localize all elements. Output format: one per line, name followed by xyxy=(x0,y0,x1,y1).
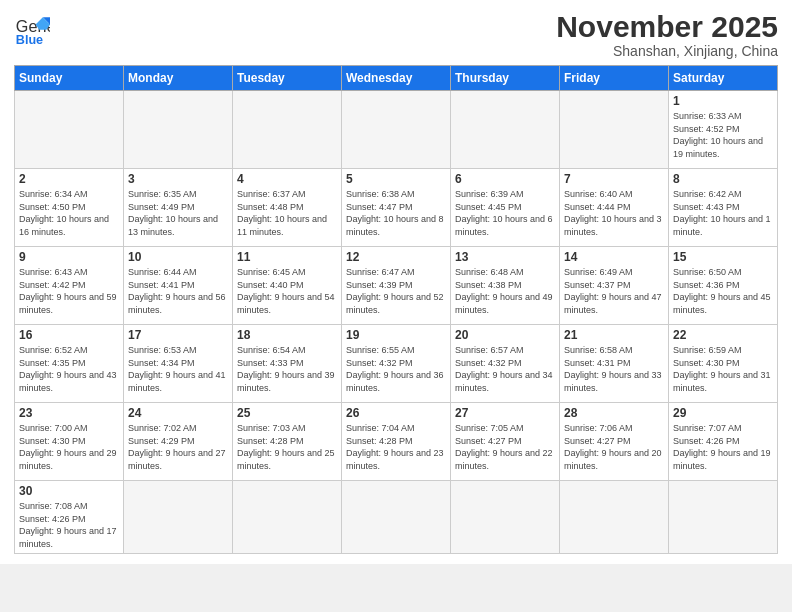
day-info: Sunrise: 6:59 AM Sunset: 4:30 PM Dayligh… xyxy=(673,344,773,394)
calendar-cell: 24Sunrise: 7:02 AM Sunset: 4:29 PM Dayli… xyxy=(124,403,233,481)
calendar-cell: 12Sunrise: 6:47 AM Sunset: 4:39 PM Dayli… xyxy=(342,247,451,325)
calendar-header: Sunday Monday Tuesday Wednesday Thursday… xyxy=(15,66,778,91)
day-number: 15 xyxy=(673,250,773,264)
day-number: 27 xyxy=(455,406,555,420)
calendar-row: 1Sunrise: 6:33 AM Sunset: 4:52 PM Daylig… xyxy=(15,91,778,169)
day-number: 22 xyxy=(673,328,773,342)
svg-text:Blue: Blue xyxy=(16,33,43,46)
calendar-cell: 5Sunrise: 6:38 AM Sunset: 4:47 PM Daylig… xyxy=(342,169,451,247)
day-info: Sunrise: 7:05 AM Sunset: 4:27 PM Dayligh… xyxy=(455,422,555,472)
calendar-row: 23Sunrise: 7:00 AM Sunset: 4:30 PM Dayli… xyxy=(15,403,778,481)
calendar-cell xyxy=(342,91,451,169)
day-number: 14 xyxy=(564,250,664,264)
day-number: 12 xyxy=(346,250,446,264)
day-info: Sunrise: 6:39 AM Sunset: 4:45 PM Dayligh… xyxy=(455,188,555,238)
day-number: 16 xyxy=(19,328,119,342)
day-number: 26 xyxy=(346,406,446,420)
day-info: Sunrise: 6:52 AM Sunset: 4:35 PM Dayligh… xyxy=(19,344,119,394)
day-info: Sunrise: 6:44 AM Sunset: 4:41 PM Dayligh… xyxy=(128,266,228,316)
calendar-row: 9Sunrise: 6:43 AM Sunset: 4:42 PM Daylig… xyxy=(15,247,778,325)
calendar-cell xyxy=(233,481,342,554)
calendar-cell: 8Sunrise: 6:42 AM Sunset: 4:43 PM Daylig… xyxy=(669,169,778,247)
day-info: Sunrise: 7:02 AM Sunset: 4:29 PM Dayligh… xyxy=(128,422,228,472)
calendar-cell: 11Sunrise: 6:45 AM Sunset: 4:40 PM Dayli… xyxy=(233,247,342,325)
calendar-row: 2Sunrise: 6:34 AM Sunset: 4:50 PM Daylig… xyxy=(15,169,778,247)
col-sunday: Sunday xyxy=(15,66,124,91)
calendar-cell: 4Sunrise: 6:37 AM Sunset: 4:48 PM Daylig… xyxy=(233,169,342,247)
col-saturday: Saturday xyxy=(669,66,778,91)
calendar-cell xyxy=(124,481,233,554)
day-info: Sunrise: 7:06 AM Sunset: 4:27 PM Dayligh… xyxy=(564,422,664,472)
col-friday: Friday xyxy=(560,66,669,91)
calendar-cell xyxy=(560,481,669,554)
day-info: Sunrise: 6:53 AM Sunset: 4:34 PM Dayligh… xyxy=(128,344,228,394)
calendar-cell: 19Sunrise: 6:55 AM Sunset: 4:32 PM Dayli… xyxy=(342,325,451,403)
day-number: 2 xyxy=(19,172,119,186)
day-info: Sunrise: 6:37 AM Sunset: 4:48 PM Dayligh… xyxy=(237,188,337,238)
day-number: 30 xyxy=(19,484,119,498)
calendar-cell: 1Sunrise: 6:33 AM Sunset: 4:52 PM Daylig… xyxy=(669,91,778,169)
calendar-cell: 9Sunrise: 6:43 AM Sunset: 4:42 PM Daylig… xyxy=(15,247,124,325)
day-number: 25 xyxy=(237,406,337,420)
day-number: 18 xyxy=(237,328,337,342)
col-wednesday: Wednesday xyxy=(342,66,451,91)
calendar-cell: 2Sunrise: 6:34 AM Sunset: 4:50 PM Daylig… xyxy=(15,169,124,247)
calendar-cell xyxy=(560,91,669,169)
col-tuesday: Tuesday xyxy=(233,66,342,91)
calendar-cell: 15Sunrise: 6:50 AM Sunset: 4:36 PM Dayli… xyxy=(669,247,778,325)
calendar-row: 30Sunrise: 7:08 AM Sunset: 4:26 PM Dayli… xyxy=(15,481,778,554)
calendar-cell: 10Sunrise: 6:44 AM Sunset: 4:41 PM Dayli… xyxy=(124,247,233,325)
day-info: Sunrise: 6:42 AM Sunset: 4:43 PM Dayligh… xyxy=(673,188,773,238)
day-number: 5 xyxy=(346,172,446,186)
day-number: 4 xyxy=(237,172,337,186)
calendar-cell: 23Sunrise: 7:00 AM Sunset: 4:30 PM Dayli… xyxy=(15,403,124,481)
day-info: Sunrise: 6:48 AM Sunset: 4:38 PM Dayligh… xyxy=(455,266,555,316)
calendar-cell xyxy=(342,481,451,554)
calendar-body: 1Sunrise: 6:33 AM Sunset: 4:52 PM Daylig… xyxy=(15,91,778,554)
day-number: 6 xyxy=(455,172,555,186)
day-info: Sunrise: 6:54 AM Sunset: 4:33 PM Dayligh… xyxy=(237,344,337,394)
logo: General Blue xyxy=(14,10,50,46)
calendar-cell xyxy=(15,91,124,169)
day-info: Sunrise: 6:49 AM Sunset: 4:37 PM Dayligh… xyxy=(564,266,664,316)
day-info: Sunrise: 6:34 AM Sunset: 4:50 PM Dayligh… xyxy=(19,188,119,238)
calendar-cell: 30Sunrise: 7:08 AM Sunset: 4:26 PM Dayli… xyxy=(15,481,124,554)
logo-icon: General Blue xyxy=(14,10,50,46)
calendar-cell: 14Sunrise: 6:49 AM Sunset: 4:37 PM Dayli… xyxy=(560,247,669,325)
day-number: 21 xyxy=(564,328,664,342)
calendar-cell: 27Sunrise: 7:05 AM Sunset: 4:27 PM Dayli… xyxy=(451,403,560,481)
day-info: Sunrise: 6:55 AM Sunset: 4:32 PM Dayligh… xyxy=(346,344,446,394)
page: General Blue November 2025 Shanshan, Xin… xyxy=(0,0,792,564)
header: General Blue November 2025 Shanshan, Xin… xyxy=(14,10,778,59)
title-block: November 2025 Shanshan, Xinjiang, China xyxy=(556,10,778,59)
calendar-cell: 18Sunrise: 6:54 AM Sunset: 4:33 PM Dayli… xyxy=(233,325,342,403)
calendar-cell: 29Sunrise: 7:07 AM Sunset: 4:26 PM Dayli… xyxy=(669,403,778,481)
month-title: November 2025 xyxy=(556,10,778,43)
day-info: Sunrise: 7:07 AM Sunset: 4:26 PM Dayligh… xyxy=(673,422,773,472)
calendar-cell: 28Sunrise: 7:06 AM Sunset: 4:27 PM Dayli… xyxy=(560,403,669,481)
calendar-cell: 16Sunrise: 6:52 AM Sunset: 4:35 PM Dayli… xyxy=(15,325,124,403)
day-number: 23 xyxy=(19,406,119,420)
col-monday: Monday xyxy=(124,66,233,91)
day-number: 7 xyxy=(564,172,664,186)
calendar-cell: 21Sunrise: 6:58 AM Sunset: 4:31 PM Dayli… xyxy=(560,325,669,403)
day-number: 19 xyxy=(346,328,446,342)
day-info: Sunrise: 7:04 AM Sunset: 4:28 PM Dayligh… xyxy=(346,422,446,472)
day-number: 29 xyxy=(673,406,773,420)
day-info: Sunrise: 7:08 AM Sunset: 4:26 PM Dayligh… xyxy=(19,500,119,550)
calendar-cell xyxy=(233,91,342,169)
day-number: 10 xyxy=(128,250,228,264)
day-info: Sunrise: 6:33 AM Sunset: 4:52 PM Dayligh… xyxy=(673,110,773,160)
calendar-cell xyxy=(669,481,778,554)
col-thursday: Thursday xyxy=(451,66,560,91)
calendar-cell xyxy=(451,481,560,554)
day-number: 17 xyxy=(128,328,228,342)
day-info: Sunrise: 6:50 AM Sunset: 4:36 PM Dayligh… xyxy=(673,266,773,316)
calendar-row: 16Sunrise: 6:52 AM Sunset: 4:35 PM Dayli… xyxy=(15,325,778,403)
day-info: Sunrise: 6:40 AM Sunset: 4:44 PM Dayligh… xyxy=(564,188,664,238)
day-info: Sunrise: 6:35 AM Sunset: 4:49 PM Dayligh… xyxy=(128,188,228,238)
calendar-cell: 25Sunrise: 7:03 AM Sunset: 4:28 PM Dayli… xyxy=(233,403,342,481)
day-number: 11 xyxy=(237,250,337,264)
calendar-cell: 6Sunrise: 6:39 AM Sunset: 4:45 PM Daylig… xyxy=(451,169,560,247)
day-info: Sunrise: 6:47 AM Sunset: 4:39 PM Dayligh… xyxy=(346,266,446,316)
